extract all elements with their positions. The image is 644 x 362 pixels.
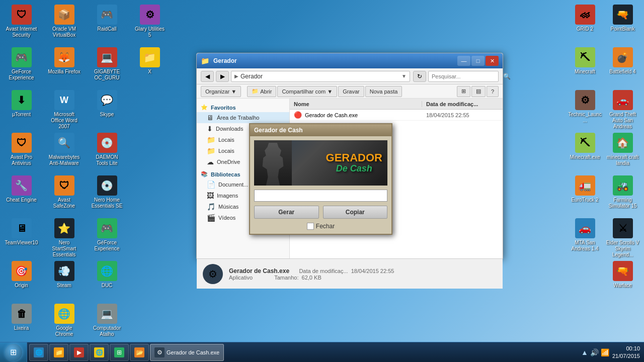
desktop-icon-skype[interactable]: 💬 Skype xyxy=(88,88,126,120)
taskbar-media-button[interactable]: ▶ xyxy=(69,344,89,361)
close-button[interactable]: ✕ xyxy=(486,56,499,66)
desktop-icon-avastpro[interactable]: 🛡 Avast Pro Antivirus xyxy=(3,131,40,168)
desktop-icon-oracle[interactable]: 📦 Oracle VM VirtualBox xyxy=(45,3,83,40)
col-date-header[interactable]: Data de modificaç... xyxy=(422,101,503,107)
desktop-icon-battlefield[interactable]: 💣 Battlefield 4 xyxy=(604,45,641,77)
desktop-icon-daemon[interactable]: 💿 DAEMON Tools Lite xyxy=(88,131,126,168)
desktop-icon-minecraft[interactable]: ⛏ Minecraft xyxy=(566,45,604,77)
cash-input[interactable] xyxy=(254,190,387,202)
nova-pasta-button[interactable]: Nova pasta xyxy=(365,86,403,97)
gerar-button[interactable]: Gerar xyxy=(254,206,319,219)
view-toggle-button[interactable]: ▤ xyxy=(471,86,486,97)
desktop-icon-avast-safezone[interactable]: 🛡 Avast SafeZone xyxy=(45,173,83,211)
desktop-icon-malwarebytes[interactable]: 🔍 Malwarebytes Anti-Malware xyxy=(45,131,83,168)
desktop-icon-gta[interactable]: 🚗 Grand Theft Auto San Andreas xyxy=(604,88,641,132)
desktop-icon-firefox[interactable]: 🦊 Mozilla Firefox xyxy=(45,45,83,77)
file-row[interactable]: 🔴 Gerador de Cash.exe 18/04/2015 22:55 xyxy=(290,110,503,121)
desktop-icon-origin[interactable]: 🎯 Origin xyxy=(3,259,40,291)
farming-icon: 🚜 xyxy=(613,175,633,196)
tray-arrow-icon[interactable]: ▲ xyxy=(581,348,588,356)
nero-smart-label: Nero StartSmart Essentials xyxy=(47,240,81,258)
area-trabalho-label: Área de Trabalho xyxy=(217,115,259,121)
time-display: 00:10 xyxy=(612,345,640,352)
desktop-icon-minecraftcraft[interactable]: 🏠 minecraft craft landia xyxy=(604,131,641,168)
desktop-icon-pointblank[interactable]: 🔫 PointBlank xyxy=(604,3,641,34)
skype-label: Skype xyxy=(100,112,114,118)
forward-button[interactable]: ▶ xyxy=(216,71,229,82)
nero-label: Nero Home Essentials SE xyxy=(90,197,124,209)
desktop-icon-cheat[interactable]: 🔧 Cheat Engine xyxy=(3,173,40,205)
help-button[interactable]: ? xyxy=(487,86,499,97)
start-button[interactable]: ⊞ xyxy=(0,342,27,363)
downloads-label: Downloads xyxy=(216,126,243,132)
taskbar-gerador-button[interactable]: ⚙ Gerador de Cash.exe xyxy=(150,344,224,361)
sidebar-favoritos-header[interactable]: ⭐ Favoritos xyxy=(197,103,289,112)
desktop-icon-minecraftexe[interactable]: ⛏ Minecraft.exe xyxy=(566,131,604,162)
glary-label: Glary Utilities 5 xyxy=(133,26,167,38)
desktop-icon-mta[interactable]: 🚗 MTA San Andreas 1.4 xyxy=(566,216,604,254)
maximize-button[interactable]: □ xyxy=(471,56,485,66)
desktop-icon-nero[interactable]: 💿 Nero Home Essentials SE xyxy=(88,173,126,211)
tray-network-icon[interactable]: 📶 xyxy=(601,348,609,356)
gravar-button[interactable]: Gravar xyxy=(338,86,364,97)
desktop-icon-avast-internet[interactable]: 🛡 Avast Internet Security xyxy=(3,3,40,40)
taskbar-files-button[interactable]: 📂 xyxy=(130,344,149,361)
search-input[interactable] xyxy=(432,73,501,79)
desktop-icon-grid2[interactable]: 🏎 GRID 2 xyxy=(566,3,604,34)
desktop-icon-raidcall[interactable]: 🎮 RaidCall xyxy=(88,3,126,34)
battlefield-icon: 💣 xyxy=(613,47,633,67)
fechar-checkbox[interactable] xyxy=(307,223,314,230)
copiar-button[interactable]: Copiar xyxy=(323,206,388,219)
desktop-icon-nero-smart[interactable]: ⭐ Nero StartSmart Essentials xyxy=(45,216,83,260)
desktop-icon-lixeira[interactable]: 🗑 Lixeira xyxy=(3,302,40,333)
desktop-icon-x[interactable]: 📁 X xyxy=(131,45,169,77)
desktop-icon-duc[interactable]: 🌐 DUC xyxy=(88,259,126,291)
desktop-icon-elderscrolls[interactable]: ⚔ Elder Scrolls V Skyrim Legend... xyxy=(604,216,641,260)
desktop-icon-eurotruck[interactable]: 🚛 EuroTruck 2 xyxy=(566,173,604,205)
desktop-icon-glary[interactable]: ⚙ Glary Utilities 5 xyxy=(131,3,169,40)
desktop-icon-warface[interactable]: 🔫 Warface xyxy=(604,259,641,291)
taskbar-chrome-button[interactable]: 🌐 xyxy=(90,344,109,361)
desktop-icon-geforce2[interactable]: 🎮 GéForce Experience xyxy=(88,216,126,254)
status-date-value: 18/04/2015 22:55 xyxy=(351,268,394,274)
address-bar[interactable]: ▶ Gerador ▼ xyxy=(231,71,410,82)
malwarebytes-label: Malwarebytes Anti-Malware xyxy=(47,154,81,166)
status-file-icon: ⚙ xyxy=(203,264,223,284)
col-name-header[interactable]: Nome xyxy=(290,101,422,107)
tray-sound-icon[interactable]: 🔊 xyxy=(590,348,599,356)
view-button[interactable]: ⊞ xyxy=(457,86,470,97)
abrir-button[interactable]: 📁 Abrir xyxy=(247,86,276,97)
minecraft-icon: ⛏ xyxy=(575,47,595,67)
dialog-title: Gerador de Cash xyxy=(254,127,303,134)
desktop-icon-technic[interactable]: ⚙ Technic_Launc... xyxy=(566,88,604,126)
sidebar-item-area-trabalho[interactable]: 🖥 Área de Trabalho xyxy=(197,112,289,123)
desktop-icon-office[interactable]: W Microsoft Office Word 2007 xyxy=(45,88,83,132)
duc-icon: 🌐 xyxy=(97,261,117,281)
lixeira-label: Lixeira xyxy=(14,325,29,331)
desktop-icon-atalho[interactable]: 💻 Computador Atalho xyxy=(88,302,126,339)
desktop-icon-geforce[interactable]: 🎮 GeForce Experience xyxy=(3,45,40,83)
cheat-icon: 🔧 xyxy=(12,175,32,196)
desktop-icon-farming[interactable]: 🚜 Farming Simulator 15 xyxy=(604,173,641,211)
address-dropdown-arrow[interactable]: ▼ xyxy=(401,73,407,79)
taskbar-ie-button[interactable]: 🌐 xyxy=(29,344,48,361)
refresh-button[interactable]: ↻ xyxy=(413,71,426,82)
nova-pasta-label: Nova pasta xyxy=(370,88,398,95)
minecraft-label: Minecraft xyxy=(575,69,595,75)
organizar-button[interactable]: Organizar ▼ xyxy=(201,86,241,97)
desktop-icon-gigabyte[interactable]: 💻 GIGABYTE OC_GURU xyxy=(88,45,126,83)
minimize-button[interactable]: — xyxy=(457,56,470,66)
desktop-icon-utorrent[interactable]: ⬇ µTorrent xyxy=(3,88,40,120)
desktop-icon-chrome[interactable]: 🌐 Google Chrome xyxy=(45,302,83,339)
desktop-icon-teamviewer[interactable]: 🖥 TeamViewer10 xyxy=(3,216,40,248)
compartilhar-button[interactable]: Compartilhar com ▼ xyxy=(277,86,337,97)
windows-logo: ⊞ xyxy=(10,347,17,357)
back-button[interactable]: ◀ xyxy=(201,71,214,82)
status-date-info: Data de modificaç... 18/04/2015 22:55 xyxy=(299,268,394,274)
raidcall-label: RaidCall xyxy=(98,26,117,32)
taskbar-special-button[interactable]: ⊞ xyxy=(110,344,129,361)
desktop-icon-steam[interactable]: 💨 Steam xyxy=(45,259,83,291)
downloads-icon: ⬇ xyxy=(207,125,213,133)
search-box[interactable]: 🔍 xyxy=(428,71,499,82)
taskbar-folder-button[interactable]: 📁 xyxy=(49,344,68,361)
